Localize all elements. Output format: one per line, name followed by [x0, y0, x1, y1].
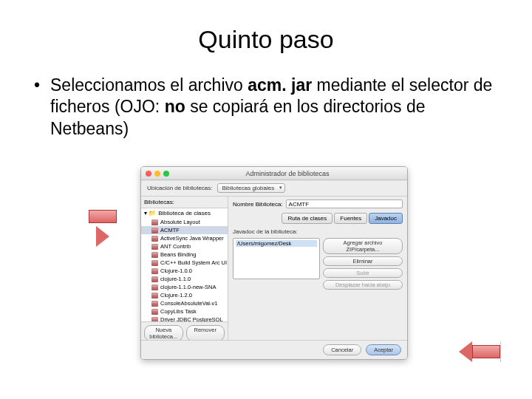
library-name-field[interactable]: ACMTF	[286, 200, 403, 208]
library-item[interactable]: ACMTF	[141, 226, 228, 234]
tab-javadoc[interactable]: Javadoc	[369, 213, 403, 224]
slide-title: Quinto paso	[30, 25, 502, 54]
library-item[interactable]: C/C++ Build System Arc UI	[141, 259, 228, 267]
minimize-icon[interactable]	[154, 171, 160, 177]
bullet-text-1: Seleccionamos el archivo	[50, 75, 248, 95]
arrow-indicator-left	[84, 207, 121, 250]
library-icon	[151, 317, 158, 322]
library-item[interactable]: CopyLibs Task	[141, 307, 228, 316]
slide-bullet: Seleccionamos el archivo acm. jar median…	[34, 75, 502, 140]
library-item[interactable]: Absolute Layout	[141, 218, 228, 226]
folder-icon: ▾ 📁	[144, 210, 156, 216]
library-icon	[151, 244, 158, 250]
javadoc-path-row[interactable]: /Users/migomez/Desk	[236, 240, 317, 247]
bullet-bold-2: no	[165, 97, 185, 116]
delete-button[interactable]: Eliminar	[323, 256, 403, 266]
library-icon	[151, 252, 158, 258]
libraries-label: Bibliotecas:	[141, 197, 228, 208]
location-label: Ubicación de bibliotecas:	[147, 185, 213, 191]
close-icon[interactable]	[146, 171, 151, 177]
cancel-button[interactable]: Cancelar	[323, 344, 361, 355]
library-icon	[151, 228, 158, 233]
tree-root[interactable]: ▾ 📁 Biblioteca de clases	[141, 208, 228, 218]
library-icon	[151, 309, 158, 315]
library-icon	[151, 260, 158, 266]
tab-sources[interactable]: Fuentes	[334, 213, 367, 224]
library-icon	[151, 236, 158, 242]
library-item[interactable]: ActiveSync Java Wrapper	[141, 234, 228, 242]
arrow-indicator-right	[414, 341, 501, 362]
add-zip-button[interactable]: Agregar archivo ZIP/carpeta...	[323, 238, 403, 254]
library-manager-window: Administrador de bibliotecas Ubicación d…	[140, 166, 408, 360]
javadoc-list[interactable]: /Users/migomez/Desk	[233, 238, 320, 279]
remove-library-button[interactable]: Remover	[186, 325, 225, 341]
library-icon	[151, 219, 158, 225]
library-name-label: Nombre Biblioteca:	[233, 201, 283, 208]
library-item[interactable]: Clojure-1.2.0	[141, 291, 228, 299]
tab-classpath[interactable]: Ruta de clases	[282, 213, 332, 224]
library-item[interactable]: Driver JDBC PostgreSQL	[141, 316, 228, 321]
tabs: Ruta de clases Fuentes Javadoc	[233, 213, 403, 224]
accept-button[interactable]: Aceptar	[366, 344, 401, 355]
new-library-button[interactable]: Nueva biblioteca...	[144, 325, 183, 341]
move-down-button[interactable]: Desplazar hacia abajo	[323, 280, 403, 290]
window-titlebar: Administrador de bibliotecas	[141, 167, 407, 180]
library-item[interactable]: clojure-1.1.0	[141, 275, 228, 283]
move-up-button[interactable]: Subir	[323, 268, 403, 278]
zoom-icon[interactable]	[163, 171, 169, 177]
library-item[interactable]: Beans Binding	[141, 250, 228, 259]
library-icon	[151, 301, 158, 307]
library-item[interactable]: Clojure-1.0.0	[141, 267, 228, 275]
location-select[interactable]: Bibliotecas globales	[217, 183, 286, 193]
javadoc-label: Javadoc de la biblioteca:	[233, 228, 403, 235]
library-icon	[151, 293, 158, 299]
libraries-tree[interactable]: ▾ 📁 Biblioteca de clases Absolute Layout…	[141, 208, 228, 321]
library-item[interactable]: clojure-1.1.0-new-SNA	[141, 283, 228, 291]
library-icon	[151, 268, 158, 274]
library-icon	[151, 276, 158, 282]
library-item[interactable]: ConsoleAbsoluteVal-v1	[141, 299, 228, 307]
library-item[interactable]: ANT Contrib	[141, 242, 228, 250]
window-title: Administrador de bibliotecas	[172, 170, 403, 177]
library-icon	[151, 284, 158, 290]
bullet-bold-1: acm. jar	[248, 75, 312, 95]
